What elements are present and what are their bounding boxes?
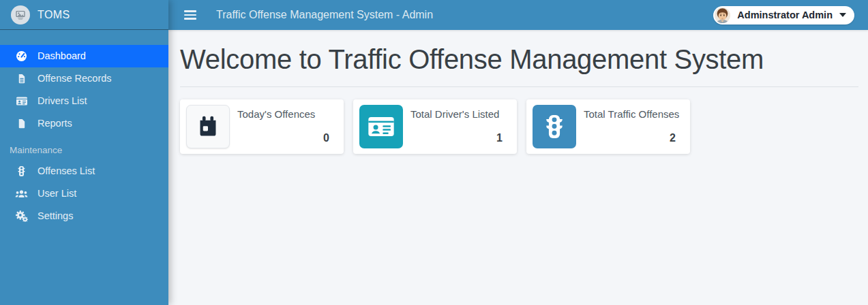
topbar: Traffic Offense Management System - Admi… (168, 0, 868, 30)
gears-icon (14, 210, 29, 222)
divider (180, 86, 858, 87)
gauge-icon (14, 50, 29, 62)
calendar-day-icon (186, 105, 230, 148)
stat-card-value: 2 (670, 132, 680, 146)
sidebar-section-maintenance: Maintenance (0, 135, 168, 160)
hamburger-icon[interactable] (184, 7, 196, 22)
sidebar-item-label: Settings (38, 210, 73, 222)
sidebar-item-user-list[interactable]: User List (0, 182, 168, 205)
stat-card-todays-offences[interactable]: Today's Offences 0 (180, 99, 344, 154)
stat-card-body: Total Traffic Offenses 2 (584, 105, 684, 148)
sidebar-item-label: Offenses List (38, 165, 95, 177)
users-icon (14, 189, 29, 199)
topbar-title: Traffic Offense Management System - Admi… (216, 9, 433, 21)
traffic-light-icon (14, 165, 29, 177)
stat-card-label: Total Driver's Listed (410, 108, 507, 120)
sidebar-item-offense-records[interactable]: Offense Records (0, 67, 168, 90)
user-menu-button[interactable]: Adminstrator Admin (713, 6, 854, 25)
stat-card-value: 0 (323, 132, 333, 146)
sidebar-item-label: Drivers List (38, 95, 87, 107)
broken-image-icon (11, 5, 30, 25)
brand-name: TOMS (38, 9, 70, 21)
sidebar-item-reports[interactable]: Reports (0, 112, 168, 135)
id-card-icon (14, 96, 29, 106)
sidebar: TOMS Dashboard (0, 0, 168, 305)
sidebar-item-label: Reports (38, 118, 72, 129)
sidebar-item-label: Dashboard (38, 50, 86, 62)
sidebar-item-label: Offense Records (38, 73, 112, 84)
sidebar-nav: Dashboard Offense Records (0, 30, 168, 227)
id-card-icon (359, 105, 403, 148)
content: Welcome to Traffic Offense Management Sy… (168, 30, 868, 154)
stat-cards: Today's Offences 0 (180, 99, 858, 154)
brand[interactable]: TOMS (0, 0, 168, 30)
user-name: Adminstrator Admin (737, 10, 833, 20)
caret-down-icon (839, 13, 846, 17)
stat-card-value: 1 (496, 132, 507, 146)
file-lines-icon (14, 73, 29, 84)
main-column: Traffic Offense Management System - Admi… (168, 0, 868, 305)
page-title: Welcome to Traffic Offense Management Sy… (180, 44, 858, 75)
sidebar-item-offenses-list[interactable]: Offenses List (0, 160, 168, 182)
sidebar-item-label: User List (38, 188, 76, 199)
male-avatar-icon (714, 7, 731, 24)
stat-card-body: Today's Offences 0 (237, 105, 338, 148)
traffic-light-icon (533, 105, 576, 148)
stat-card-body: Total Driver's Listed 1 (410, 105, 511, 148)
file-icon (14, 118, 29, 129)
sidebar-item-settings[interactable]: Settings (0, 205, 168, 227)
stat-card-label: Today's Offences (237, 108, 333, 120)
stat-card-total-offenses[interactable]: Total Traffic Offenses 2 (526, 99, 690, 154)
sidebar-item-drivers-list[interactable]: Drivers List (0, 90, 168, 112)
stat-card-total-drivers[interactable]: Total Driver's Listed 1 (353, 99, 517, 154)
sidebar-item-dashboard[interactable]: Dashboard (0, 45, 168, 67)
stat-card-label: Total Traffic Offenses (584, 108, 680, 120)
